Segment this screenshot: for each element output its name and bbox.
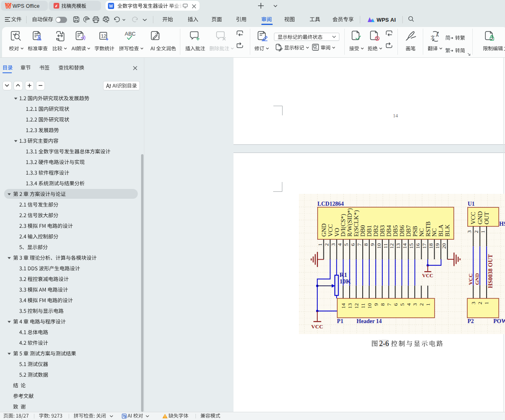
svg-text:10K: 10K xyxy=(339,277,351,284)
svg-text:14: 14 xyxy=(341,303,347,309)
svg-text:19: 19 xyxy=(434,243,440,249)
svg-text:12: 12 xyxy=(353,303,359,308)
svg-text:4: 4 xyxy=(337,243,343,246)
svg-text:VCC: VCC xyxy=(422,272,433,278)
svg-text:12: 12 xyxy=(101,34,106,38)
svg-text:BLK: BLK xyxy=(444,224,451,236)
svg-text:P2: P2 xyxy=(468,318,474,324)
svg-text:12: 12 xyxy=(389,243,395,248)
svg-text:16: 16 xyxy=(415,243,421,249)
svg-text:3: 3 xyxy=(467,230,473,233)
svg-text:8: 8 xyxy=(363,243,369,246)
svg-text:E(SCLK*): E(SCLK*) xyxy=(353,210,360,237)
svg-text:20: 20 xyxy=(441,243,447,249)
svg-text:1: 1 xyxy=(425,303,431,306)
svg-text:10: 10 xyxy=(376,243,382,249)
svg-text:DB2: DB2 xyxy=(373,225,379,236)
svg-text:A: A xyxy=(436,33,439,38)
svg-text:DB4: DB4 xyxy=(386,225,392,237)
svg-text:3: 3 xyxy=(330,243,336,246)
svg-text:5: 5 xyxy=(399,303,405,306)
svg-text:DB5: DB5 xyxy=(392,225,399,236)
svg-text:ABC: ABC xyxy=(125,31,136,37)
svg-text:18: 18 xyxy=(428,243,434,249)
svg-text:9: 9 xyxy=(373,303,379,306)
svg-text:11: 11 xyxy=(382,243,388,248)
svg-text:GND: GND xyxy=(474,273,480,285)
svg-text:VO: VO xyxy=(334,228,340,237)
svg-text:VCC: VCC xyxy=(470,212,477,225)
svg-text:DB3: DB3 xyxy=(379,225,386,236)
svg-text:NC: NC xyxy=(418,228,425,237)
svg-text:DB0: DB0 xyxy=(360,225,366,236)
svg-text:RSTB: RSTB xyxy=(425,221,431,236)
svg-text:Header 14: Header 14 xyxy=(357,318,382,324)
svg-text:7: 7 xyxy=(356,243,362,246)
svg-text:1: 1 xyxy=(317,243,323,246)
svg-text:NC: NC xyxy=(431,228,438,237)
svg-text:1: 1 xyxy=(480,230,486,233)
svg-text:15: 15 xyxy=(408,243,415,249)
svg-text:14: 14 xyxy=(402,243,408,249)
svg-text:OUT: OUT xyxy=(483,212,490,225)
svg-text:HS0038 OUT: HS0038 OUT xyxy=(487,254,494,288)
svg-text:LCD12864: LCD12864 xyxy=(317,200,344,207)
svg-text:3: 3 xyxy=(412,303,418,306)
svg-text:7: 7 xyxy=(386,303,392,306)
svg-text:GND: GND xyxy=(477,211,483,225)
svg-text:PSB: PSB xyxy=(412,226,418,237)
svg-text:VCC: VCC xyxy=(467,273,474,285)
svg-text:17: 17 xyxy=(421,243,427,249)
svg-text:2: 2 xyxy=(323,243,330,246)
svg-text:文: 文 xyxy=(431,35,435,40)
svg-text:3: 3 xyxy=(470,301,476,304)
svg-text:DB1: DB1 xyxy=(366,225,373,236)
svg-text:8: 8 xyxy=(379,303,386,306)
svg-text:9: 9 xyxy=(369,243,375,246)
svg-text:HS0038: HS0038 xyxy=(499,220,505,227)
svg-text:DB6: DB6 xyxy=(399,225,405,237)
svg-text:10: 10 xyxy=(366,303,373,309)
svg-text:DB7: DB7 xyxy=(405,225,412,237)
svg-text:P1: P1 xyxy=(337,318,343,324)
svg-text:BLA: BLA xyxy=(438,224,444,236)
svg-text:VCC: VCC xyxy=(327,224,334,237)
svg-text:GND: GND xyxy=(321,223,327,237)
svg-text:2: 2 xyxy=(477,301,483,304)
svg-text:5: 5 xyxy=(343,243,349,246)
svg-text:6: 6 xyxy=(393,303,399,306)
svg-text:13: 13 xyxy=(347,303,353,309)
svg-text:11: 11 xyxy=(360,303,366,308)
svg-text:R/W(SID*): R/W(SID*) xyxy=(347,208,354,237)
svg-text:1: 1 xyxy=(484,301,490,304)
svg-text:2: 2 xyxy=(473,230,479,233)
svg-text:R1: R1 xyxy=(339,271,347,278)
svg-text:U1: U1 xyxy=(468,201,475,207)
svg-text:POWER: POWER xyxy=(494,318,505,324)
svg-text:D/I(CS*): D/I(CS*) xyxy=(340,214,347,237)
svg-text:6: 6 xyxy=(350,243,356,246)
svg-text:4: 4 xyxy=(406,303,412,306)
svg-text:VCC: VCC xyxy=(311,323,323,330)
svg-text:2: 2 xyxy=(419,303,425,306)
svg-text:13: 13 xyxy=(395,243,402,249)
